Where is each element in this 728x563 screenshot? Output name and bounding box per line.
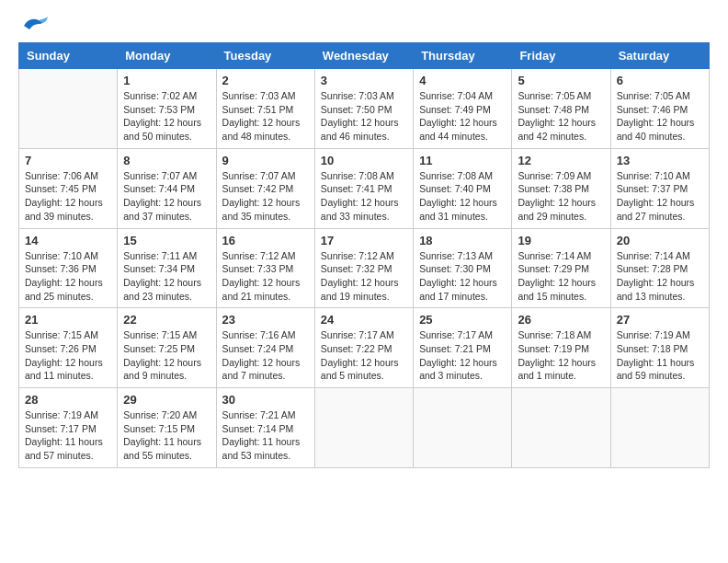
day-number: 28 xyxy=(25,393,111,407)
calendar-cell: 10Sunrise: 7:08 AM Sunset: 7:41 PM Dayli… xyxy=(314,148,413,228)
header-monday: Monday xyxy=(118,43,216,69)
day-info: Sunrise: 7:02 AM Sunset: 7:53 PM Dayligh… xyxy=(123,89,210,144)
page-header xyxy=(18,18,710,33)
day-number: 16 xyxy=(222,234,309,247)
calendar-header-row: SundayMondayTuesdayWednesdayThursdayFrid… xyxy=(19,43,710,69)
day-info: Sunrise: 7:03 AM Sunset: 7:51 PM Dayligh… xyxy=(222,89,309,144)
day-info: Sunrise: 7:03 AM Sunset: 7:50 PM Dayligh… xyxy=(321,89,407,144)
day-number: 29 xyxy=(123,393,210,407)
calendar-cell: 9Sunrise: 7:07 AM Sunset: 7:42 PM Daylig… xyxy=(216,148,314,228)
day-number: 3 xyxy=(321,74,407,87)
calendar-cell: 13Sunrise: 7:10 AM Sunset: 7:37 PM Dayli… xyxy=(610,148,709,228)
calendar-week-4: 21Sunrise: 7:15 AM Sunset: 7:26 PM Dayli… xyxy=(19,308,710,388)
calendar-cell: 19Sunrise: 7:14 AM Sunset: 7:29 PM Dayli… xyxy=(512,228,610,308)
calendar-cell: 22Sunrise: 7:15 AM Sunset: 7:25 PM Dayli… xyxy=(118,308,216,388)
day-number: 10 xyxy=(321,154,407,167)
day-number: 4 xyxy=(419,74,506,87)
day-number: 30 xyxy=(222,393,309,407)
calendar-cell xyxy=(414,388,512,468)
calendar-cell: 18Sunrise: 7:13 AM Sunset: 7:30 PM Dayli… xyxy=(414,228,512,308)
day-number: 8 xyxy=(123,154,210,167)
header-tuesday: Tuesday xyxy=(216,43,314,69)
day-info: Sunrise: 7:17 AM Sunset: 7:21 PM Dayligh… xyxy=(419,328,506,383)
calendar-cell: 11Sunrise: 7:08 AM Sunset: 7:40 PM Dayli… xyxy=(414,148,512,228)
calendar-cell: 23Sunrise: 7:16 AM Sunset: 7:24 PM Dayli… xyxy=(216,308,314,388)
calendar-cell: 28Sunrise: 7:19 AM Sunset: 7:17 PM Dayli… xyxy=(19,388,118,468)
calendar-cell: 3Sunrise: 7:03 AM Sunset: 7:50 PM Daylig… xyxy=(314,69,413,149)
calendar-cell: 7Sunrise: 7:06 AM Sunset: 7:45 PM Daylig… xyxy=(19,148,118,228)
day-info: Sunrise: 7:07 AM Sunset: 7:44 PM Dayligh… xyxy=(123,169,210,224)
day-info: Sunrise: 7:08 AM Sunset: 7:41 PM Dayligh… xyxy=(321,169,407,224)
day-number: 17 xyxy=(321,234,407,247)
calendar-table: SundayMondayTuesdayWednesdayThursdayFrid… xyxy=(18,42,710,468)
calendar-cell: 16Sunrise: 7:12 AM Sunset: 7:33 PM Dayli… xyxy=(216,228,314,308)
day-info: Sunrise: 7:08 AM Sunset: 7:40 PM Dayligh… xyxy=(419,169,506,224)
calendar-cell: 21Sunrise: 7:15 AM Sunset: 7:26 PM Dayli… xyxy=(19,308,118,388)
day-info: Sunrise: 7:12 AM Sunset: 7:32 PM Dayligh… xyxy=(321,249,407,304)
calendar-week-1: 1Sunrise: 7:02 AM Sunset: 7:53 PM Daylig… xyxy=(19,69,710,149)
calendar-cell: 6Sunrise: 7:05 AM Sunset: 7:46 PM Daylig… xyxy=(610,69,709,149)
day-number: 1 xyxy=(123,74,210,87)
calendar-week-2: 7Sunrise: 7:06 AM Sunset: 7:45 PM Daylig… xyxy=(19,148,710,228)
day-number: 21 xyxy=(25,313,111,327)
day-info: Sunrise: 7:21 AM Sunset: 7:14 PM Dayligh… xyxy=(222,408,309,463)
day-number: 6 xyxy=(617,74,703,87)
day-info: Sunrise: 7:10 AM Sunset: 7:37 PM Dayligh… xyxy=(617,169,703,224)
calendar-cell: 27Sunrise: 7:19 AM Sunset: 7:18 PM Dayli… xyxy=(610,308,709,388)
day-number: 14 xyxy=(25,234,111,247)
day-info: Sunrise: 7:16 AM Sunset: 7:24 PM Dayligh… xyxy=(222,328,309,383)
day-number: 18 xyxy=(419,234,506,247)
header-saturday: Saturday xyxy=(610,43,709,69)
day-info: Sunrise: 7:07 AM Sunset: 7:42 PM Dayligh… xyxy=(222,169,309,224)
calendar-cell: 8Sunrise: 7:07 AM Sunset: 7:44 PM Daylig… xyxy=(118,148,216,228)
day-number: 27 xyxy=(617,313,703,327)
day-info: Sunrise: 7:15 AM Sunset: 7:25 PM Dayligh… xyxy=(123,328,210,383)
day-info: Sunrise: 7:11 AM Sunset: 7:34 PM Dayligh… xyxy=(123,249,210,304)
calendar-cell: 15Sunrise: 7:11 AM Sunset: 7:34 PM Dayli… xyxy=(118,228,216,308)
day-info: Sunrise: 7:09 AM Sunset: 7:38 PM Dayligh… xyxy=(518,169,604,224)
day-number: 12 xyxy=(518,154,604,167)
day-number: 25 xyxy=(419,313,506,327)
calendar-cell xyxy=(314,388,413,468)
header-friday: Friday xyxy=(512,43,610,69)
calendar-cell xyxy=(512,388,610,468)
day-number: 24 xyxy=(321,313,407,327)
day-info: Sunrise: 7:19 AM Sunset: 7:18 PM Dayligh… xyxy=(617,328,703,383)
day-number: 11 xyxy=(419,154,506,167)
calendar-cell: 30Sunrise: 7:21 AM Sunset: 7:14 PM Dayli… xyxy=(216,388,314,468)
day-number: 26 xyxy=(518,313,604,327)
day-info: Sunrise: 7:20 AM Sunset: 7:15 PM Dayligh… xyxy=(123,408,210,463)
calendar-cell xyxy=(610,388,709,468)
day-number: 7 xyxy=(25,154,111,167)
day-info: Sunrise: 7:10 AM Sunset: 7:36 PM Dayligh… xyxy=(25,249,111,304)
calendar-cell: 25Sunrise: 7:17 AM Sunset: 7:21 PM Dayli… xyxy=(414,308,512,388)
day-info: Sunrise: 7:05 AM Sunset: 7:48 PM Dayligh… xyxy=(518,89,604,144)
calendar-cell: 20Sunrise: 7:14 AM Sunset: 7:28 PM Dayli… xyxy=(610,228,709,308)
day-info: Sunrise: 7:05 AM Sunset: 7:46 PM Dayligh… xyxy=(617,89,703,144)
day-info: Sunrise: 7:14 AM Sunset: 7:28 PM Dayligh… xyxy=(617,249,703,304)
day-info: Sunrise: 7:04 AM Sunset: 7:49 PM Dayligh… xyxy=(419,89,506,144)
day-info: Sunrise: 7:06 AM Sunset: 7:45 PM Dayligh… xyxy=(25,169,111,224)
day-info: Sunrise: 7:14 AM Sunset: 7:29 PM Dayligh… xyxy=(518,249,604,304)
logo xyxy=(18,18,50,33)
day-number: 5 xyxy=(518,74,604,87)
calendar-cell: 2Sunrise: 7:03 AM Sunset: 7:51 PM Daylig… xyxy=(216,69,314,149)
calendar-cell: 4Sunrise: 7:04 AM Sunset: 7:49 PM Daylig… xyxy=(414,69,512,149)
header-sunday: Sunday xyxy=(19,43,118,69)
day-info: Sunrise: 7:19 AM Sunset: 7:17 PM Dayligh… xyxy=(25,408,111,463)
day-number: 13 xyxy=(617,154,703,167)
calendar-cell: 12Sunrise: 7:09 AM Sunset: 7:38 PM Dayli… xyxy=(512,148,610,228)
day-info: Sunrise: 7:15 AM Sunset: 7:26 PM Dayligh… xyxy=(25,328,111,383)
header-thursday: Thursday xyxy=(414,43,512,69)
day-number: 9 xyxy=(222,154,309,167)
logo-bird-icon xyxy=(20,15,50,37)
day-info: Sunrise: 7:13 AM Sunset: 7:30 PM Dayligh… xyxy=(419,249,506,304)
calendar-week-3: 14Sunrise: 7:10 AM Sunset: 7:36 PM Dayli… xyxy=(19,228,710,308)
day-number: 2 xyxy=(222,74,309,87)
calendar-cell: 1Sunrise: 7:02 AM Sunset: 7:53 PM Daylig… xyxy=(118,69,216,149)
calendar-cell: 24Sunrise: 7:17 AM Sunset: 7:22 PM Dayli… xyxy=(314,308,413,388)
calendar-week-5: 28Sunrise: 7:19 AM Sunset: 7:17 PM Dayli… xyxy=(19,388,710,468)
day-number: 15 xyxy=(123,234,210,247)
calendar-cell: 14Sunrise: 7:10 AM Sunset: 7:36 PM Dayli… xyxy=(19,228,118,308)
calendar-cell: 17Sunrise: 7:12 AM Sunset: 7:32 PM Dayli… xyxy=(314,228,413,308)
